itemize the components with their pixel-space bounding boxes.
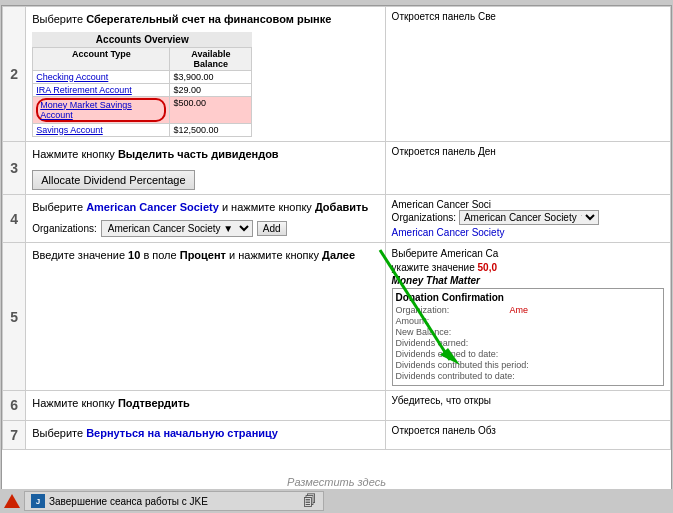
step-2-title-bold: Сберегательный счет на финансовом рынке bbox=[86, 13, 331, 25]
table-row: 2 Выберите Сберегательный счет на финанс… bbox=[3, 7, 671, 142]
drop-zone-label: Разместить здесь bbox=[287, 476, 386, 488]
account-row-savings: Savings Account $12,500.00 bbox=[33, 123, 252, 136]
right-org-select[interactable]: American Cancer Society ▼ bbox=[459, 210, 599, 225]
accounts-overview-table: Accounts Overview Account Type Available… bbox=[32, 32, 252, 137]
step-2-right-text: Откроется панель Све bbox=[392, 11, 496, 22]
step-5-right-text: Выберите American Ca bbox=[392, 247, 664, 261]
taskbar-item-label: Завершение сеанса работы с JKE bbox=[49, 496, 208, 507]
field-label-div-contrib-period: Dividends contributed this period: bbox=[396, 360, 529, 370]
taskbar-doc-icon: 🗐 bbox=[303, 493, 317, 509]
table-row: 5 Введите значение 10 в поле Процент и н… bbox=[3, 243, 671, 391]
org-select-row: Organizations: American Cancer Society ▼… bbox=[32, 220, 378, 237]
step-3-right-text: Откроется панель Ден bbox=[392, 146, 496, 157]
step-6-title: Нажмите кнопку Подтвердить bbox=[32, 395, 378, 412]
step-4-left: Выберите American Cancer Society и нажми… bbox=[26, 195, 385, 243]
step-3-right: Откроется панель Ден bbox=[385, 141, 670, 195]
field-label-amount: Amount: bbox=[396, 316, 506, 326]
field-label-div-earned-date: Dividends earned to date: bbox=[396, 349, 506, 359]
account-link-checking[interactable]: Checking Account bbox=[36, 72, 108, 82]
step-7-title: Выберите Вернуться на начальную страницу bbox=[32, 425, 378, 442]
field-label-div-earned: Dividends earned: bbox=[396, 338, 506, 348]
right-title-4: American Cancer Soci bbox=[392, 199, 664, 210]
donation-field-amount: Amount: bbox=[396, 316, 660, 326]
step-5-left: Введите значение 10 в поле Процент и наж… bbox=[26, 243, 385, 391]
table-wrapper: 2 Выберите Сберегательный счет на финанс… bbox=[2, 6, 671, 494]
field-label-div-contrib-date: Dividends contributed to date: bbox=[396, 371, 515, 381]
table-row: 4 Выберите American Cancer Society и наж… bbox=[3, 195, 671, 243]
step-3-plain: Нажмите кнопку bbox=[32, 148, 118, 160]
step-number-6: 6 bbox=[3, 391, 26, 421]
step-6-bold: Подтвердить bbox=[118, 397, 190, 409]
taskbar: J Завершение сеанса работы с JKE 🗐 bbox=[0, 489, 673, 513]
step-4-bold: Добавить bbox=[315, 201, 368, 213]
account-row-ira: IRA Retirement Account $29.00 bbox=[33, 83, 252, 96]
step-4-org-name: American Cancer Society bbox=[86, 201, 219, 213]
step-6-right-text: Убедитесь, что откры bbox=[392, 395, 491, 406]
step-2-left: Выберите Сберегательный счет на финансов… bbox=[26, 7, 385, 142]
donation-field-div-earned-date: Dividends earned to date: bbox=[396, 349, 660, 359]
donation-panel-title: Donation Confirmation bbox=[396, 292, 660, 303]
step-7-right-text: Откроется панель Обз bbox=[392, 425, 496, 436]
step-6-left: Нажмите кнопку Подтвердить bbox=[26, 391, 385, 421]
table-row: 6 Нажмите кнопку Подтвердить Убедитесь, … bbox=[3, 391, 671, 421]
step-5-plain1: Введите значение bbox=[32, 249, 128, 261]
step-5-field-name: Процент bbox=[180, 249, 226, 261]
step-5-plain3: и нажмите кнопку bbox=[229, 249, 322, 261]
account-row-money-market: Money Market Savings Account $500.00 bbox=[33, 96, 252, 123]
taskbar-item[interactable]: J Завершение сеанса работы с JKE 🗐 bbox=[24, 491, 324, 511]
account-link-ira[interactable]: IRA Retirement Account bbox=[36, 85, 132, 95]
step-5-r-plain2: укажите значение bbox=[392, 262, 478, 273]
col-header-type: Account Type bbox=[33, 47, 170, 70]
step-2-right: Откроется панель Све bbox=[385, 7, 670, 142]
drop-zone: Разместить здесь bbox=[0, 476, 673, 488]
step-7-plain: Выберите bbox=[32, 427, 86, 439]
step-5-right-text2: укажите значение 50,0 bbox=[392, 261, 664, 275]
donation-field-div-earned: Dividends earned: bbox=[396, 338, 660, 348]
money-matters-label: Money That Matter bbox=[392, 275, 664, 286]
step-number-2: 2 bbox=[3, 7, 26, 142]
step-3-title: Нажмите кнопку Выделить часть дивидендов bbox=[32, 146, 378, 163]
taskbar-item-app-icon: J bbox=[31, 494, 45, 508]
account-link-savings[interactable]: Savings Account bbox=[36, 125, 103, 135]
donation-field-new-balance: New Balance: bbox=[396, 327, 660, 337]
account-row-checking: Checking Account $3,900.00 bbox=[33, 70, 252, 83]
step-5-right: Выберите American Ca укажите значение 50… bbox=[385, 243, 670, 391]
field-label-org: Organization: bbox=[396, 305, 506, 315]
step-5-title: Введите значение 10 в поле Процент и наж… bbox=[32, 247, 378, 264]
org-select-dropdown[interactable]: American Cancer Society ▼ bbox=[101, 220, 253, 237]
balance-savings: $12,500.00 bbox=[170, 123, 252, 136]
step-2-title: Выберите Сберегательный счет на финансов… bbox=[32, 11, 378, 28]
step-5-r-plain1: Выберите bbox=[392, 248, 441, 259]
step-2-title-plain: Выберите bbox=[32, 13, 86, 25]
table-row: 7 Выберите Вернуться на начальную страни… bbox=[3, 420, 671, 450]
step-number-3: 3 bbox=[3, 141, 26, 195]
balance-checking: $3,900.00 bbox=[170, 70, 252, 83]
org-label-4: Organizations: bbox=[32, 223, 96, 234]
balance-money-market: $500.00 bbox=[170, 96, 252, 123]
donation-field-div-contrib-period: Dividends contributed this period: bbox=[396, 360, 660, 370]
table-row: 3 Нажмите кнопку Выделить часть дивиденд… bbox=[3, 141, 671, 195]
step-5-value: 10 bbox=[128, 249, 140, 261]
taskbar-triangle-icon bbox=[4, 494, 20, 508]
balance-ira: $29.00 bbox=[170, 83, 252, 96]
step-4-plain2: и нажмите кнопку bbox=[222, 201, 315, 213]
step-7-right: Откроется панель Обз bbox=[385, 420, 670, 450]
step-5-btn-name: Далее bbox=[322, 249, 355, 261]
donation-field-org: Organization: Ame bbox=[396, 305, 660, 315]
step-number-5: 5 bbox=[3, 243, 26, 391]
account-link-money-market[interactable]: Money Market Savings Account bbox=[40, 100, 132, 120]
step-5-plain2: в поле bbox=[143, 249, 179, 261]
step-6-right: Убедитесь, что откры bbox=[385, 391, 670, 421]
col-header-balance: Available Balance bbox=[170, 47, 252, 70]
right-org-label-4: Organizations: American Cancer Society ▼ bbox=[392, 210, 664, 225]
main-container: 2 Выберите Сберегательный счет на финанс… bbox=[1, 5, 672, 495]
add-button[interactable]: Add bbox=[257, 221, 287, 236]
step-number-4: 4 bbox=[3, 195, 26, 243]
step-5-r-bold1: American Ca bbox=[441, 248, 499, 259]
step-3-left: Нажмите кнопку Выделить часть дивидендов… bbox=[26, 141, 385, 195]
donation-confirmation-panel: Donation Confirmation Organization: Ame … bbox=[392, 288, 664, 386]
steps-table: 2 Выберите Сберегательный счет на финанс… bbox=[2, 6, 671, 450]
step-6-plain: Нажмите кнопку bbox=[32, 397, 118, 409]
allocate-dividend-button[interactable]: Allocate Dividend Percentage bbox=[32, 170, 194, 190]
right-org-panel: American Cancer Soci Organizations: Amer… bbox=[392, 199, 664, 238]
